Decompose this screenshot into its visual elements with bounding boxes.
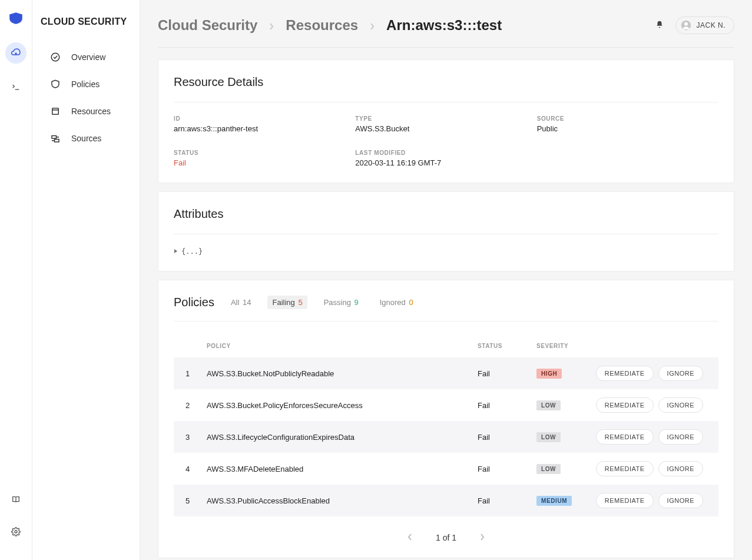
remediate-button[interactable]: REMEDIATE	[596, 429, 654, 445]
notifications-icon[interactable]	[655, 20, 664, 31]
table-row[interactable]: 5AWS.S3.PublicAccessBlockEnabledFailMEDI…	[174, 485, 718, 516]
overview-icon	[50, 52, 61, 62]
chevron-right-icon	[269, 17, 274, 34]
remediate-button[interactable]: REMEDIATE	[596, 493, 654, 508]
ignore-button[interactable]: IGNORE	[658, 366, 703, 381]
row-index: 1	[174, 357, 203, 389]
ignore-button[interactable]: IGNORE	[658, 461, 703, 476]
row-status: Fail	[474, 357, 533, 389]
user-name: JACK N.	[696, 21, 726, 29]
row-status: Fail	[474, 453, 533, 485]
resource-details-card: Resource Details ID arn:aws:s3:::panther…	[158, 59, 734, 183]
row-policy: AWS.S3.PublicAccessBlockEnabled	[203, 485, 474, 516]
sidebar-item-overview[interactable]: Overview	[32, 44, 140, 71]
row-policy: AWS.S3.LifecycleConfigurationExpiresData	[203, 421, 474, 453]
svg-point-6	[684, 22, 688, 26]
row-policy: AWS.S3.Bucket.PolicyEnforcesSecureAccess	[203, 389, 474, 421]
sidebar-item-sources[interactable]: Sources	[32, 125, 140, 152]
rail-queries-icon[interactable]	[5, 77, 26, 98]
user-menu[interactable]: JACK N.	[675, 16, 734, 34]
breadcrumb-link[interactable]: Resources	[286, 17, 358, 34]
page-prev[interactable]	[408, 533, 412, 542]
table-row[interactable]: 2AWS.S3.Bucket.PolicyEnforcesSecureAcces…	[174, 389, 718, 421]
chevron-right-icon	[370, 17, 375, 34]
remediate-button[interactable]: REMEDIATE	[596, 366, 654, 381]
detail-type-value: AWS.S3.Bucket	[355, 124, 536, 133]
rail-docs-icon[interactable]	[5, 489, 26, 511]
svg-rect-3	[52, 136, 57, 139]
th-severity: SEVERITY	[533, 334, 592, 357]
row-status: Fail	[474, 421, 533, 453]
filter-all[interactable]: All 14	[226, 296, 256, 309]
pagination: 1 of 1	[174, 516, 718, 542]
avatar-icon	[681, 20, 691, 31]
policies-table: POLICY STATUS SEVERITY 1AWS.S3.Bucket.No…	[174, 334, 718, 516]
row-index: 3	[174, 421, 203, 453]
detail-source-value: Public	[537, 124, 718, 133]
filter-failing[interactable]: Failing 5	[267, 296, 307, 309]
remediate-button[interactable]: REMEDIATE	[596, 461, 654, 476]
row-severity: MEDIUM	[533, 485, 592, 516]
page-indicator: 1 of 1	[436, 533, 456, 542]
triangle-right-icon	[174, 247, 178, 256]
row-index: 2	[174, 389, 203, 421]
row-severity: LOW	[533, 453, 592, 485]
detail-modified-label: LAST MODIFIED	[355, 150, 536, 156]
filter-ignored[interactable]: Ignored 0	[375, 296, 418, 309]
sources-icon	[50, 133, 61, 144]
attributes-title: Attributes	[174, 207, 718, 221]
rail-settings-icon[interactable]	[5, 521, 26, 542]
json-placeholder: {...}	[181, 247, 203, 256]
sidebar-item-policies[interactable]: Policies	[32, 71, 140, 98]
breadcrumb-current: Arn:aws:s3:::test	[386, 17, 502, 34]
detail-id-label: ID	[174, 115, 355, 122]
row-severity: HIGH	[533, 357, 592, 389]
sidebar-item-resources[interactable]: Resources	[32, 98, 140, 125]
ignore-button[interactable]: IGNORE	[658, 429, 703, 445]
policies-title: Policies	[174, 296, 214, 309]
th-policy: POLICY	[203, 334, 474, 357]
svg-rect-4	[55, 140, 59, 143]
table-row[interactable]: 1AWS.S3.Bucket.NotPubliclyReadableFailHI…	[174, 357, 718, 389]
json-expand-toggle[interactable]: {...}	[174, 247, 718, 256]
detail-status-value: Fail	[174, 158, 355, 167]
rail-cloud-security-icon[interactable]	[5, 42, 26, 64]
brand-logo-icon	[8, 11, 24, 26]
sidebar-title: CLOUD SECURITY	[32, 16, 140, 27]
detail-source-label: SOURCE	[537, 115, 718, 122]
breadcrumb-link[interactable]: Cloud Security	[158, 17, 257, 34]
resource-icon	[50, 106, 61, 117]
table-row[interactable]: 3AWS.S3.LifecycleConfigurationExpiresDat…	[174, 421, 718, 453]
detail-modified-value: 2020-03-11 16:19 GMT-7	[355, 158, 536, 167]
ignore-button[interactable]: IGNORE	[658, 493, 703, 508]
sidebar-item-label: Policies	[71, 79, 100, 89]
detail-type-label: TYPE	[355, 115, 536, 122]
page-next[interactable]	[480, 533, 485, 542]
attributes-card: Attributes {...}	[158, 191, 734, 271]
th-status: STATUS	[474, 334, 533, 357]
row-status: Fail	[474, 389, 533, 421]
left-rail	[0, 0, 32, 560]
remediate-button[interactable]: REMEDIATE	[596, 397, 654, 413]
row-severity: LOW	[533, 421, 592, 453]
sidebar-item-label: Resources	[71, 107, 111, 116]
table-row[interactable]: 4AWS.S3.MFADeleteEnabledFailLOWREMEDIATE…	[174, 453, 718, 485]
topbar: Cloud Security Resources Arn:aws:s3:::te…	[158, 16, 734, 48]
row-policy: AWS.S3.MFADeleteEnabled	[203, 453, 474, 485]
filter-passing[interactable]: Passing 9	[319, 296, 363, 309]
detail-id-value: arn:aws:s3:::panther-test	[174, 124, 355, 133]
resource-details-title: Resource Details	[174, 75, 718, 89]
svg-point-0	[15, 531, 17, 533]
row-index: 4	[174, 453, 203, 485]
row-policy: AWS.S3.Bucket.NotPubliclyReadable	[203, 357, 474, 389]
ignore-button[interactable]: IGNORE	[658, 397, 703, 413]
sidebar: CLOUD SECURITY Overview Policies Resourc…	[32, 0, 140, 560]
sidebar-item-label: Overview	[71, 52, 105, 62]
svg-point-1	[51, 53, 59, 61]
row-severity: LOW	[533, 389, 592, 421]
policies-card: Policies All 14 Failing 5 Passing 9 Igno…	[158, 280, 734, 558]
row-index: 5	[174, 485, 203, 516]
shield-icon	[50, 79, 61, 90]
sidebar-item-label: Sources	[71, 134, 101, 143]
main-content: Cloud Security Resources Arn:aws:s3:::te…	[140, 0, 752, 560]
